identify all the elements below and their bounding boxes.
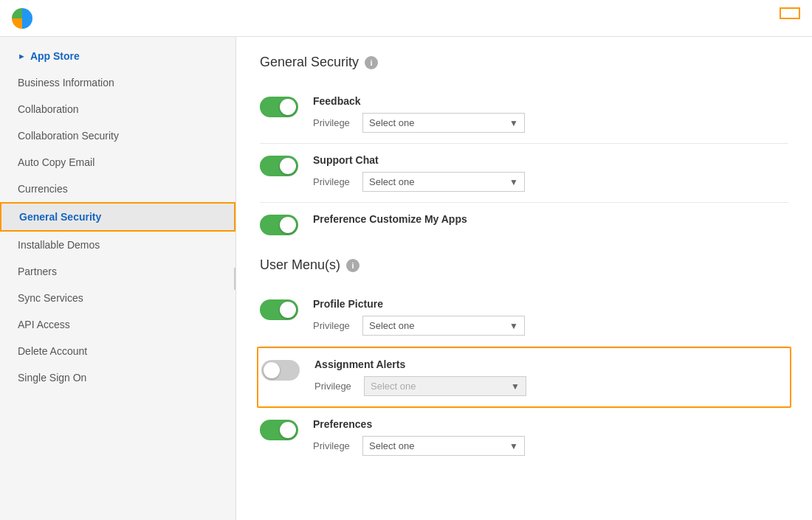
sidebar-item-collaboration[interactable]: Collaboration bbox=[0, 96, 235, 122]
sidebar-item-delete-account[interactable]: Delete Account bbox=[0, 338, 235, 364]
sidebar-item-sync-services[interactable]: Sync Services bbox=[0, 285, 235, 311]
setting-details-preferences: PreferencesPrivilegeSelect one▼ bbox=[313, 418, 788, 456]
sidebar-item-label: Collaboration bbox=[18, 103, 79, 115]
header bbox=[0, 0, 812, 37]
content-area: General SecurityiFeedbackPrivilegeSelect… bbox=[236, 37, 812, 520]
privilege-dropdown-preferences[interactable]: Select one▼ bbox=[362, 436, 525, 456]
privilege-label-support-chat: Privilege bbox=[313, 176, 354, 187]
section-title-general-security: General Securityi bbox=[260, 55, 788, 70]
toggle-assignment-alerts[interactable] bbox=[261, 360, 300, 381]
sidebar-item-label: Business Information bbox=[18, 77, 114, 89]
dropdown-arrow-icon: ▼ bbox=[509, 441, 518, 451]
main-container: ►App StoreBusiness InformationCollaborat… bbox=[0, 37, 812, 520]
sidebar-collapse-handle[interactable]: ‹ bbox=[234, 268, 236, 290]
setting-row-preference-customize: Preference Customize My Apps bbox=[260, 203, 788, 246]
dropdown-value: Select one bbox=[371, 381, 416, 392]
chevron-icon: ► bbox=[18, 52, 26, 60]
toggle-col-support-chat bbox=[260, 154, 298, 176]
sidebar-item-api-access[interactable]: API Access bbox=[0, 311, 235, 338]
sidebar-item-label: Sync Services bbox=[18, 292, 83, 304]
toggle-profile-picture[interactable] bbox=[260, 299, 298, 320]
toggle-col-feedback bbox=[260, 95, 298, 117]
toggle-preference-customize[interactable] bbox=[260, 215, 298, 235]
sidebar-item-label: Auto Copy Email bbox=[18, 156, 94, 168]
dropdown-arrow-icon: ▼ bbox=[511, 381, 520, 392]
setting-details-support-chat: Support ChatPrivilegeSelect one▼ bbox=[313, 154, 788, 192]
privilege-row-support-chat: PrivilegeSelect one▼ bbox=[313, 172, 788, 192]
setting-name-support-chat: Support Chat bbox=[313, 154, 788, 166]
toggle-col-profile-picture bbox=[260, 298, 298, 320]
privilege-label-feedback: Privilege bbox=[313, 117, 354, 128]
dropdown-arrow-icon: ▼ bbox=[509, 177, 518, 187]
sidebar-item-single-sign-on[interactable]: Single Sign On bbox=[0, 364, 235, 391]
section-title-text: General Security bbox=[260, 55, 359, 70]
sidebar-item-business-information[interactable]: Business Information bbox=[0, 69, 235, 96]
toggle-thumb bbox=[280, 158, 296, 174]
setting-name-assignment-alerts: Assignment Alerts bbox=[314, 358, 787, 370]
toggle-feedback[interactable] bbox=[260, 97, 298, 117]
sidebar-item-label: App Store bbox=[30, 50, 80, 62]
sidebar-item-app-store[interactable]: ►App Store bbox=[0, 43, 235, 69]
section-title-user-menus: User Menu(s)i bbox=[260, 257, 788, 273]
sidebar-item-label: Partners bbox=[18, 266, 57, 277]
header-alert-banner bbox=[780, 7, 800, 19]
sidebar-item-label: Currencies bbox=[18, 183, 68, 195]
dropdown-arrow-icon: ▼ bbox=[509, 321, 518, 331]
section-general-security: General SecurityiFeedbackPrivilegeSelect… bbox=[260, 55, 788, 246]
setting-details-profile-picture: Profile PicturePrivilegeSelect one▼ bbox=[313, 298, 788, 336]
privilege-dropdown-assignment-alerts: Select one▼ bbox=[364, 376, 526, 396]
toggle-thumb bbox=[280, 302, 296, 318]
sidebar-item-general-security[interactable]: General Security bbox=[0, 202, 235, 232]
sidebar-item-currencies[interactable]: Currencies bbox=[0, 176, 235, 202]
toggle-preferences[interactable] bbox=[260, 420, 298, 440]
sidebar-item-partners[interactable]: Partners bbox=[0, 258, 235, 285]
section-user-menus: User Menu(s)iProfile PicturePrivilegeSel… bbox=[260, 257, 788, 466]
toggle-support-chat[interactable] bbox=[260, 156, 298, 176]
sidebar-item-label: Single Sign On bbox=[18, 372, 86, 384]
dropdown-value: Select one bbox=[369, 320, 414, 331]
privilege-dropdown-support-chat[interactable]: Select one▼ bbox=[362, 172, 525, 192]
setting-details-assignment-alerts: Assignment AlertsPrivilegeSelect one▼ bbox=[314, 358, 787, 396]
info-icon[interactable]: i bbox=[365, 56, 378, 69]
privilege-row-feedback: PrivilegeSelect one▼ bbox=[313, 113, 788, 133]
privilege-dropdown-feedback[interactable]: Select one▼ bbox=[362, 113, 525, 133]
privilege-label-profile-picture: Privilege bbox=[313, 320, 354, 331]
dropdown-value: Select one bbox=[369, 176, 414, 187]
dropdown-arrow-icon: ▼ bbox=[509, 118, 518, 128]
setting-row-profile-picture: Profile PicturePrivilegeSelect one▼ bbox=[260, 288, 788, 347]
setting-row-preferences: PreferencesPrivilegeSelect one▼ bbox=[260, 408, 788, 466]
setting-name-preference-customize: Preference Customize My Apps bbox=[313, 213, 788, 225]
privilege-dropdown-profile-picture[interactable]: Select one▼ bbox=[362, 316, 525, 336]
logo bbox=[12, 8, 38, 29]
privilege-label-preferences: Privilege bbox=[313, 440, 354, 451]
setting-name-preferences: Preferences bbox=[313, 418, 788, 430]
logo-icon bbox=[12, 8, 32, 29]
sidebar-item-auto-copy-email[interactable]: Auto Copy Email bbox=[0, 149, 235, 176]
sidebar-item-collaboration-security[interactable]: Collaboration Security bbox=[0, 122, 235, 149]
setting-details-feedback: FeedbackPrivilegeSelect one▼ bbox=[313, 95, 788, 133]
dropdown-value: Select one bbox=[369, 440, 414, 451]
toggle-col-preferences bbox=[260, 418, 298, 440]
toggle-thumb bbox=[280, 217, 296, 233]
privilege-row-profile-picture: PrivilegeSelect one▼ bbox=[313, 316, 788, 336]
setting-details-preference-customize: Preference Customize My Apps bbox=[313, 213, 788, 231]
info-icon[interactable]: i bbox=[346, 259, 359, 272]
sidebar-item-label: Installable Demos bbox=[18, 239, 100, 251]
setting-name-profile-picture: Profile Picture bbox=[313, 298, 788, 310]
sidebar-item-label: API Access bbox=[18, 319, 70, 330]
privilege-label-assignment-alerts: Privilege bbox=[314, 381, 355, 392]
setting-row-feedback: FeedbackPrivilegeSelect one▼ bbox=[260, 85, 788, 144]
privilege-row-assignment-alerts: PrivilegeSelect one▼ bbox=[314, 376, 787, 396]
toggle-col-preference-customize bbox=[260, 213, 298, 235]
section-title-text: User Menu(s) bbox=[260, 257, 340, 273]
setting-name-feedback: Feedback bbox=[313, 95, 788, 107]
sidebar-item-label: Collaboration Security bbox=[18, 130, 119, 142]
sidebar-item-installable-demos[interactable]: Installable Demos bbox=[0, 232, 235, 258]
toggle-thumb bbox=[280, 99, 296, 115]
toggle-thumb bbox=[264, 362, 280, 378]
setting-row-assignment-alerts: Assignment AlertsPrivilegeSelect one▼ bbox=[257, 347, 791, 408]
setting-row-support-chat: Support ChatPrivilegeSelect one▼ bbox=[260, 144, 788, 203]
sidebar: ►App StoreBusiness InformationCollaborat… bbox=[0, 37, 236, 520]
dropdown-value: Select one bbox=[369, 117, 414, 128]
sidebar-item-label: Delete Account bbox=[18, 345, 87, 357]
